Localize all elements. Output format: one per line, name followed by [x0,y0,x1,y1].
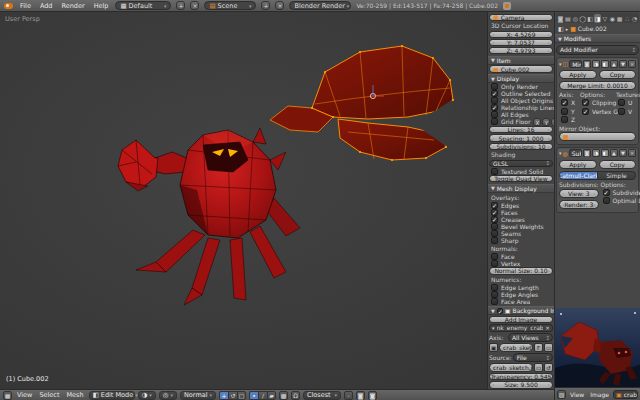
tab-render-icon[interactable]: ◙ [557,14,564,23]
checkbox[interactable] [582,108,589,115]
add-scene-button[interactable]: + [261,1,270,10]
check-creases[interactable]: Creases [491,216,553,223]
checkbox[interactable] [491,209,498,216]
check-only-render[interactable]: Only Render [491,83,553,90]
image-name-field[interactable]: ▣ crab.jpg [613,390,638,399]
tab-physics-icon[interactable]: ◔ [631,14,638,23]
mode-dropdown[interactable]: ◧ Edit Mode▾ [89,391,135,400]
checkbox[interactable] [491,223,498,230]
checkbox[interactable] [491,97,498,104]
transparency-slider[interactable]: Transparency: 0.545 [489,373,553,380]
modifier-name-field[interactable]: Subsurf [569,149,582,157]
move-down-icon[interactable]: ▼ [619,149,627,157]
check-seams[interactable]: Seams [491,230,553,237]
mirror-axis-z[interactable]: Z [561,116,580,124]
move-down-icon[interactable]: ▼ [619,60,627,68]
mirror-object-field[interactable]: ■ [559,132,636,141]
item-name-field[interactable]: ■ Cube.002 [489,65,553,72]
checkbox[interactable] [491,284,498,291]
reload-icon[interactable]: ↺ [544,363,553,372]
shading-mode-dropdown[interactable]: GLSL [489,160,553,167]
check-normals-vertex[interactable]: Vertex [491,260,553,267]
check-grid-floor[interactable]: Grid Floor X Y Z [491,118,553,126]
mirror-modifier-header[interactable]: ▾ ◫ Mirror ◙ ◑ ◧ ▲ ▼ × [558,59,637,68]
subsurf-copy-button[interactable]: Copy [599,160,637,169]
grid-subdivisions-field[interactable]: Subdivisions: 10 [489,143,553,150]
cursor-z-field[interactable]: Z: 4.9793 [489,47,553,54]
render-subdivisions-slider[interactable]: Render: 3 [559,200,599,209]
delete-modifier-icon[interactable]: × [628,60,636,68]
render-opengl-anim-icon[interactable]: ◙ [368,391,377,400]
remove-scene-button[interactable]: × [275,1,284,10]
check-all-object-origins[interactable]: All Object Origins [491,97,553,104]
check-outline-selected[interactable]: Outline Selected [491,90,553,97]
checkbox[interactable] [491,298,498,305]
blender-logo-icon[interactable] [4,3,13,9]
tab-render-layers-icon[interactable]: ▤ [564,14,571,23]
scene-selector[interactable]: ▤ Scene▾ [204,1,256,10]
cursor-y-field[interactable]: Y: 7.0537 [489,39,553,46]
tab-texture-icon[interactable]: ▦ [616,14,623,23]
render-engine-selector[interactable]: Blender Render▾ [289,1,351,10]
grid-axis-y-button[interactable]: Y [542,118,550,126]
menu-select[interactable]: Select [37,391,61,399]
tab-particles-icon[interactable]: ∴ [624,14,631,23]
menu-mesh[interactable]: Mesh [65,391,86,399]
checkbox[interactable] [491,90,498,97]
check-edges[interactable]: Edges [491,202,553,209]
render-opengl-icon[interactable]: ◙ [356,391,365,400]
background-image-entry[interactable]: ▾ nk_enemy_crab_sket × [489,324,553,331]
subsurf-modifier-header[interactable]: ▾ ◍ Subsurf ◙ ◑ ◧ ▲ ▼ × [558,149,637,158]
mirror-texture-u[interactable]: U [618,99,636,107]
checkbox[interactable] [561,116,568,123]
menu-image[interactable]: Image [588,391,611,398]
checkbox[interactable] [561,99,568,106]
screen-layout-selector[interactable]: ▦ Default▾ [115,1,171,10]
checkbox[interactable] [603,189,610,196]
render-visibility-icon[interactable]: ◙ [583,60,591,68]
viewport-visibility-icon[interactable]: ◑ [592,60,600,68]
grid-axis-x-button[interactable]: X [533,118,541,126]
item-section-header[interactable]: ▼ Item [488,56,554,65]
checkbox[interactable] [491,230,498,237]
check-relationship-lines[interactable]: Relationship Lines [491,104,553,111]
axis-dropdown[interactable]: All Views [508,333,553,342]
checkbox[interactable] [603,197,610,204]
vertex-select-icon[interactable]: • [249,391,258,400]
checkbox[interactable] [618,108,625,115]
orientation-dropdown[interactable]: Normal▾ [180,391,216,400]
add-modifier-dropdown[interactable]: Add Modifier [556,45,639,55]
mirror-clipping[interactable]: Clipping [582,99,616,107]
optimal-display[interactable]: Optimal Display [603,197,640,205]
mirror-apply-button[interactable]: Apply [559,70,597,79]
menu-add[interactable]: Add [38,2,55,10]
source-dropdown[interactable]: File [513,353,553,362]
image-editor-canvas[interactable] [554,308,640,387]
rotate-manipulator-icon[interactable]: ↺ [228,391,237,400]
menu-file[interactable]: File [18,2,33,10]
properties-n-panel[interactable]: ◙ Camera 3D Cursor Location X: 4.5269 Y:… [487,12,554,389]
editmode-visibility-icon[interactable]: ◧ [601,60,609,68]
editmode-visibility-icon[interactable]: ◧ [601,149,609,157]
face-select-icon[interactable]: ▰ [267,391,276,400]
file-path-field[interactable]: crab_sketch.png [489,363,533,372]
subsurf-apply-button[interactable]: Apply [559,160,597,169]
snap-magnet-icon[interactable]: Ω [291,391,300,400]
checkbox[interactable] [491,253,498,260]
check-edge-angles[interactable]: Edge Angles [491,291,553,298]
open-image-icon[interactable]: ▭ [544,343,553,352]
tab-data-icon[interactable]: ▽ [601,14,608,23]
menu-view[interactable]: View [568,391,586,398]
size-slider[interactable]: Size: 9.500 [489,381,553,388]
mirror-texture-v[interactable]: V [618,108,636,116]
check-edge-length[interactable]: Edge Length [491,284,553,291]
checkbox[interactable] [491,118,498,125]
checkbox[interactable] [491,202,498,209]
grid-spacing-field[interactable]: Spacing: 1.000 [489,134,553,141]
add-layout-button[interactable]: + [176,1,185,10]
image-browse-icon[interactable]: ▣ [489,343,498,352]
3d-viewport[interactable]: User Persp (1) Cube.002 ◙ Camera 3D Curs… [0,12,554,389]
tab-world-icon[interactable]: ◯ [579,14,586,23]
checkbox[interactable] [582,99,589,106]
remove-layout-button[interactable]: × [190,1,199,10]
